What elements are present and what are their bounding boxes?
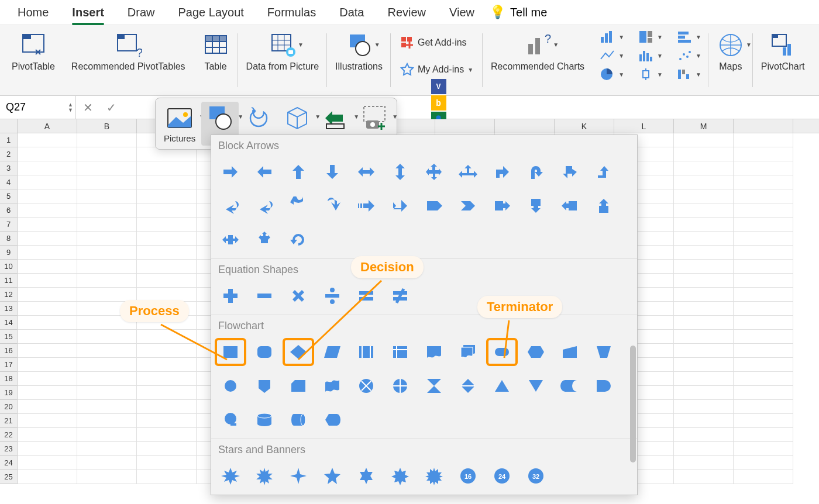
arrow-circular-icon[interactable] <box>284 227 313 253</box>
cell[interactable] <box>734 274 793 288</box>
cell[interactable] <box>734 203 793 218</box>
tab-page-layout[interactable]: Page Layout <box>167 1 256 24</box>
cell[interactable] <box>734 302 793 316</box>
cell[interactable] <box>18 428 77 442</box>
cell[interactable] <box>674 260 734 274</box>
flowchart-magnetic-disk-icon[interactable] <box>250 407 279 433</box>
cell[interactable] <box>18 442 77 456</box>
cell[interactable] <box>734 400 793 414</box>
cell[interactable] <box>734 147 793 161</box>
cell[interactable] <box>674 330 734 344</box>
notequal-icon[interactable] <box>386 283 415 309</box>
cell[interactable] <box>18 147 77 161</box>
cell[interactable] <box>734 260 793 274</box>
star10-icon[interactable]: 16 <box>453 463 483 489</box>
flowchart-direct-access-icon[interactable] <box>284 407 313 433</box>
flowchart-punched-tape-icon[interactable] <box>318 373 347 399</box>
gallery-scrollbar[interactable] <box>630 346 636 462</box>
row-header[interactable]: 23 <box>0 442 18 456</box>
cell[interactable] <box>674 386 734 400</box>
star5-icon[interactable] <box>318 463 347 489</box>
cell[interactable] <box>137 260 197 274</box>
tab-review[interactable]: Review <box>376 1 438 24</box>
col-header[interactable]: M <box>674 119 734 133</box>
select-all-corner[interactable] <box>0 119 18 133</box>
cell[interactable] <box>18 456 77 470</box>
row-header[interactable]: 6 <box>0 203 18 218</box>
data-from-picture-button[interactable]: ▼ Data from Picture <box>244 29 321 74</box>
arrow-quad-callout-icon[interactable] <box>250 227 279 253</box>
arrow-leftup-icon[interactable] <box>555 159 584 185</box>
flowchart-decision-icon[interactable] <box>284 339 313 365</box>
flowchart-internal-storage-icon[interactable] <box>386 339 415 365</box>
cell[interactable] <box>734 161 793 175</box>
cell[interactable] <box>734 428 793 442</box>
flowchart-data-icon[interactable] <box>318 339 347 365</box>
cell[interactable] <box>77 358 137 372</box>
flowchart-predefined-process-icon[interactable] <box>352 339 381 365</box>
cell[interactable] <box>734 344 793 358</box>
cell[interactable] <box>674 147 734 161</box>
cell[interactable] <box>674 456 734 470</box>
col-header[interactable] <box>495 119 555 133</box>
star7-icon[interactable] <box>386 463 415 489</box>
row-header[interactable]: 12 <box>0 288 18 302</box>
cell[interactable] <box>77 274 137 288</box>
flowchart-card-icon[interactable] <box>284 373 313 399</box>
cell[interactable] <box>18 161 77 175</box>
recommended-charts-button[interactable]: ?▼ Recommended Charts <box>488 29 587 74</box>
cell[interactable] <box>137 330 197 344</box>
plus-icon[interactable] <box>216 283 245 309</box>
cell[interactable] <box>18 246 77 260</box>
cell[interactable] <box>77 232 137 246</box>
cell[interactable] <box>734 288 793 302</box>
cell[interactable] <box>734 358 793 372</box>
cell[interactable] <box>674 372 734 386</box>
star6-icon[interactable] <box>352 463 381 489</box>
cell[interactable] <box>674 161 734 175</box>
arrow-chevron-icon[interactable] <box>453 193 483 219</box>
cell[interactable] <box>137 428 197 442</box>
pictures-menu-button[interactable]: Pictures ▼ <box>159 102 200 146</box>
flowchart-sort-icon[interactable] <box>453 373 483 399</box>
cell[interactable] <box>18 414 77 428</box>
row-header[interactable]: 8 <box>0 232 18 246</box>
cell[interactable] <box>77 344 137 358</box>
arrow-bent-icon[interactable] <box>487 159 517 185</box>
tab-data[interactable]: Data <box>328 1 376 24</box>
cell[interactable] <box>18 344 77 358</box>
cell[interactable] <box>77 428 137 442</box>
equal-icon[interactable] <box>352 283 381 309</box>
cell[interactable] <box>18 203 77 218</box>
recommended-pivottables-button[interactable]: ? Recommended PivotTables <box>69 29 188 74</box>
flowchart-sequential-access-icon[interactable] <box>216 407 245 433</box>
cell[interactable] <box>674 428 734 442</box>
cell[interactable] <box>734 232 793 246</box>
table-button[interactable]: Table <box>199 29 232 74</box>
minus-icon[interactable] <box>250 283 279 309</box>
cell[interactable] <box>137 372 197 386</box>
cell[interactable] <box>137 189 197 203</box>
cell[interactable] <box>77 246 137 260</box>
cell[interactable] <box>734 372 793 386</box>
star4-icon[interactable] <box>284 463 313 489</box>
cell[interactable] <box>77 386 137 400</box>
cell[interactable] <box>674 344 734 358</box>
cell[interactable] <box>137 400 197 414</box>
cell[interactable] <box>77 372 137 386</box>
cell[interactable] <box>137 175 197 189</box>
flowchart-document-icon[interactable] <box>419 339 449 365</box>
cell[interactable] <box>674 203 734 218</box>
cell[interactable] <box>18 302 77 316</box>
col-header[interactable]: L <box>614 119 674 133</box>
row-header[interactable]: 17 <box>0 358 18 372</box>
arrow-leftrightup-icon[interactable] <box>453 159 483 185</box>
row-header[interactable]: 9 <box>0 246 18 260</box>
cell[interactable] <box>18 288 77 302</box>
row-header[interactable]: 7 <box>0 218 18 232</box>
cell[interactable] <box>77 400 137 414</box>
cell[interactable] <box>734 330 793 344</box>
cell[interactable] <box>734 246 793 260</box>
row-header[interactable]: 20 <box>0 400 18 414</box>
col-header[interactable]: K <box>555 119 614 133</box>
